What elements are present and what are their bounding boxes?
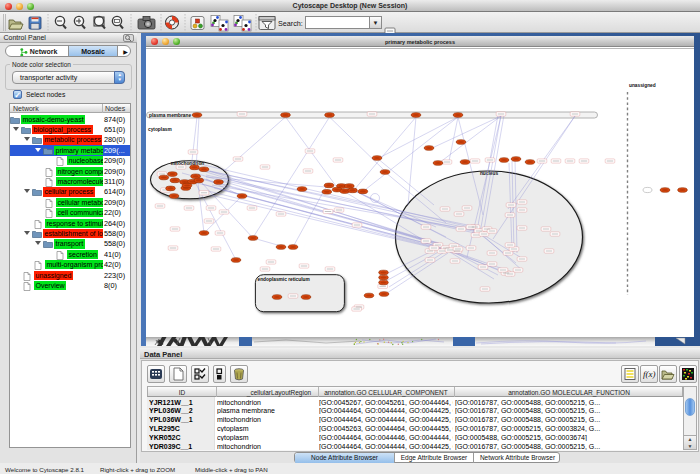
svg-text:mitochondrion: mitochondrion bbox=[171, 161, 205, 166]
svg-text:endoplasmic reticulum: endoplasmic reticulum bbox=[258, 277, 310, 282]
svg-text:unassigned: unassigned bbox=[629, 83, 656, 88]
svg-text:cytoplasm: cytoplasm bbox=[148, 127, 172, 132]
svg-text:f(x): f(x) bbox=[643, 369, 656, 379]
svg-text:nucleus: nucleus bbox=[480, 171, 498, 176]
svg-text:plasma membrane: plasma membrane bbox=[149, 113, 191, 118]
